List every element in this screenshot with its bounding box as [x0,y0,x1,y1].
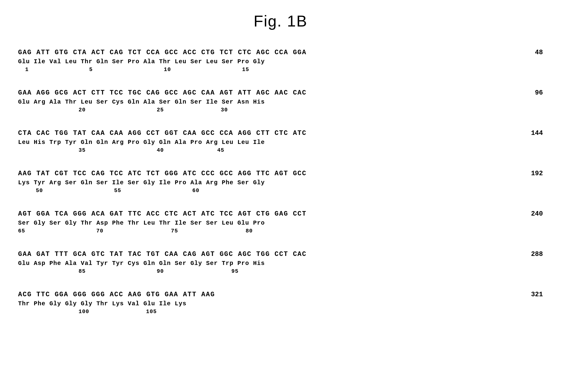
block-1: GAG ATT GTG CTA ACT CAG TCT CCA GCC ACC … [18,48,543,73]
block-2: GAA AGG GCG ACT CTT TCC TGC CAG GCC AGC … [18,89,543,114]
block-6-dna: GAA GAT TTT GCA GTC TAT TAC TGT CAA CAG … [18,250,519,259]
block-2-content: GAA AGG GCG ACT CTT TCC TGC CAG GCC AGC … [18,89,519,114]
block-6-aa: Glu Asp Phe Ala Val Tyr Tyr Cys Gln Gln … [18,259,519,268]
block-3: CTA CAC TGG TAT CAA CAA AGG CCT GGT CAA … [18,129,543,154]
block-1-num: 1 5 10 15 [18,66,519,73]
block-6: GAA GAT TTT GCA GTC TAT TAC TGT CAA CAG … [18,250,543,275]
block-4-num: 50 55 60 [18,187,519,194]
block-2-dna: GAA AGG GCG ACT CTT TCC TGC CAG GCC AGC … [18,89,519,98]
block-1-aa: Glu Ile Val Leu Thr Gln Ser Pro Ala Thr … [18,58,519,66]
sequences-container: GAG ATT GTG CTA ACT CAG TCT CCA GCC ACC … [18,48,543,316]
block-1-line-number: 48 [519,48,543,56]
block-3-line-number: 144 [519,129,543,137]
block-3-num: 35 40 45 [18,147,519,154]
block-4-dna: AAG TAT CGT TCC CAG TCC ATC TCT GGG ATC … [18,169,519,179]
block-7-content: ACG TTC GGA GGG GGG ACC AAG GTG GAA ATT … [18,290,519,316]
block-5-num: 65 70 75 80 [18,227,519,235]
block-7-num: 100 105 [18,308,519,316]
block-5: AGT GGA TCA GGG ACA GAT TTC ACC CTC ACT … [18,210,543,235]
block-6-num: 85 90 95 [18,268,519,275]
block-3-content: CTA CAC TGG TAT CAA CAA AGG CCT GGT CAA … [18,129,519,154]
block-7: ACG TTC GGA GGG GGG ACC AAG GTG GAA ATT … [18,290,543,316]
block-5-line-number: 240 [519,210,543,218]
block-4-line-number: 192 [519,169,543,177]
block-5-aa: Ser Gly Ser Gly Thr Asp Phe Thr Leu Thr … [18,219,519,227]
block-3-aa: Leu His Trp Tyr Gln Gln Arg Pro Gly Gln … [18,138,519,147]
block-7-dna: ACG TTC GGA GGG GGG ACC AAG GTG GAA ATT … [18,290,519,300]
block-7-line-number: 321 [519,290,543,298]
figure-title: Fig. 1B [18,12,543,30]
block-5-dna: AGT GGA TCA GGG ACA GAT TTC ACC CTC ACT … [18,210,519,219]
block-2-aa: Glu Arg Ala Thr Leu Ser Cys Gln Ala Ser … [18,98,519,106]
block-1-dna: GAG ATT GTG CTA ACT CAG TCT CCA GCC ACC … [18,48,519,58]
block-6-content: GAA GAT TTT GCA GTC TAT TAC TGT CAA CAG … [18,250,519,275]
block-3-dna: CTA CAC TGG TAT CAA CAA AGG CCT GGT CAA … [18,129,519,138]
block-7-aa: Thr Phe Gly Gly Gly Thr Lys Val Glu Ile … [18,300,519,308]
block-6-line-number: 288 [519,250,543,258]
block-4-aa: Lys Tyr Arg Ser Gln Ser Ile Ser Gly Ile … [18,179,519,187]
block-4: AAG TAT CGT TCC CAG TCC ATC TCT GGG ATC … [18,169,543,194]
block-4-content: AAG TAT CGT TCC CAG TCC ATC TCT GGG ATC … [18,169,519,194]
block-5-content: AGT GGA TCA GGG ACA GAT TTC ACC CTC ACT … [18,210,519,235]
block-2-line-number: 96 [519,89,543,97]
block-2-num: 20 25 30 [18,106,519,114]
block-1-content: GAG ATT GTG CTA ACT CAG TCT CCA GCC ACC … [18,48,519,73]
